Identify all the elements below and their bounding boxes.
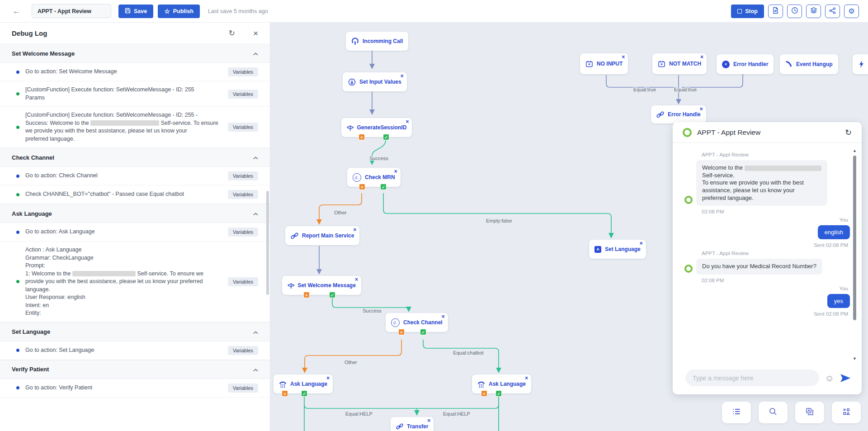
flow-node-event-hangup[interactable]: Event Hangup: [780, 54, 838, 74]
close-icon[interactable]: ×: [355, 276, 358, 283]
debug-scrollbar-thumb[interactable]: [266, 191, 269, 295]
close-icon[interactable]: ×: [253, 28, 258, 38]
flow-node-transfer[interactable]: × Transfer: [391, 417, 434, 431]
search-button[interactable]: [759, 402, 788, 423]
flow-node-set-welcome-message[interactable]: × <|> Set Welcome Message × ✓: [282, 276, 361, 295]
flow-node-set-language[interactable]: × A Set Language: [589, 240, 646, 259]
flow-node-check-mrn[interactable]: × if.. Check MRN × ✓: [347, 168, 401, 187]
close-icon[interactable]: ×: [353, 227, 356, 233]
fail-port-badge[interactable]: ×: [303, 292, 310, 298]
success-port-badge[interactable]: ✓: [383, 134, 389, 140]
debug-section-header[interactable]: Verify Patient: [0, 360, 270, 379]
send-plane-icon[interactable]: [840, 374, 851, 383]
fail-port-badge[interactable]: ×: [481, 390, 487, 397]
layers-icon: [810, 7, 817, 16]
debug-section-header[interactable]: Check Channel: [0, 148, 270, 167]
variables-button[interactable]: Variables: [228, 190, 258, 199]
flow-node-set-input-values[interactable]: × Set Input Values: [343, 72, 407, 91]
chevron-up-icon[interactable]: [253, 209, 258, 218]
flow-node-error-handler[interactable]: × Error Handler: [717, 54, 774, 74]
publish-button[interactable]: ☆ Publish: [158, 5, 200, 18]
close-icon[interactable]: ×: [442, 313, 445, 320]
chat-scrollbar-thumb[interactable]: [853, 156, 856, 320]
flow-node-incoming-call[interactable]: Incomming Call: [346, 32, 408, 51]
list-view-button[interactable]: [722, 402, 751, 423]
close-icon[interactable]: ×: [640, 240, 643, 246]
fail-port-badge[interactable]: ×: [398, 329, 405, 335]
flow-node-ask-language[interactable]: × Ask Language × ✓: [274, 374, 333, 393]
flow-node-report-main-service[interactable]: × Report Main Service: [285, 226, 359, 245]
flow-node-generate-session-id[interactable]: × <|> GenerateSessionID × ✓: [341, 118, 412, 137]
emoji-smile-icon[interactable]: ☺: [825, 374, 834, 383]
share-button[interactable]: [825, 5, 840, 18]
document-icon: [772, 7, 779, 16]
close-icon[interactable]: ×: [700, 106, 703, 112]
chat-title: APPT - Appt Review: [697, 128, 845, 137]
close-icon[interactable]: ×: [622, 54, 625, 60]
flow-node-clipped[interactable]: I: [853, 54, 868, 74]
flow-node-error-handle[interactable]: × Error Handle: [651, 105, 706, 123]
close-icon[interactable]: ×: [525, 375, 528, 381]
star-publish-icon: ☆: [164, 8, 170, 14]
variables-button[interactable]: Variables: [228, 227, 258, 237]
success-port-badge[interactable]: ✓: [380, 184, 387, 190]
chat-message-input[interactable]: [685, 369, 819, 386]
variables-button[interactable]: Variables: [228, 346, 258, 355]
shapes-button[interactable]: [832, 402, 861, 423]
debug-section-title: Check Channel: [12, 154, 253, 161]
variables-button[interactable]: Variables: [228, 123, 258, 132]
success-port-badge[interactable]: ✓: [420, 329, 426, 335]
top-header: ← Save ☆ Publish Last save 5 months ago …: [0, 0, 868, 23]
chevron-up-icon[interactable]: [253, 153, 258, 161]
document-button[interactable]: [768, 5, 783, 18]
close-icon[interactable]: ×: [394, 168, 397, 175]
refresh-icon[interactable]: ↻: [845, 128, 852, 137]
variables-button[interactable]: Variables: [228, 67, 258, 76]
close-icon[interactable]: ×: [406, 118, 409, 125]
debug-log-entry: Check CHANNEL_BOT="chatbot" - Passed cas…: [0, 185, 270, 204]
flow-node-not-match[interactable]: × NOT MATCH: [652, 53, 707, 74]
chevron-up-icon[interactable]: [253, 328, 258, 336]
scroll-down-icon[interactable]: ▼: [853, 356, 857, 361]
close-icon[interactable]: ×: [700, 54, 703, 60]
search-icon: [769, 407, 777, 417]
variables-button[interactable]: Variables: [228, 90, 258, 99]
variables-button[interactable]: Variables: [228, 384, 258, 393]
close-icon[interactable]: ×: [427, 417, 430, 424]
debug-section-header[interactable]: Ask Language: [0, 204, 270, 223]
success-port-badge[interactable]: ✓: [329, 292, 335, 298]
blue-status-dot: [16, 386, 19, 389]
chevron-up-icon[interactable]: [253, 365, 258, 374]
fail-port-badge[interactable]: ×: [359, 134, 365, 140]
variables-button[interactable]: Variables: [228, 277, 258, 286]
message-sender: APPT - Appt Review: [702, 152, 850, 157]
if-condition-icon: if..: [353, 173, 361, 182]
fail-port-badge[interactable]: ×: [359, 184, 365, 190]
translate-button[interactable]: [795, 402, 824, 423]
stop-button[interactable]: Stop: [731, 5, 764, 18]
flow-node-check-channel[interactable]: × if.. Check Channel × ✓: [386, 313, 448, 332]
bot-message-row: Welcome to the Self-service.To ensure we…: [684, 160, 850, 206]
scroll-up-icon[interactable]: ▲: [853, 148, 857, 153]
success-port-badge[interactable]: ✓: [495, 390, 502, 397]
share-icon: [829, 7, 836, 16]
close-icon[interactable]: ×: [326, 375, 330, 381]
variables-button[interactable]: Variables: [228, 171, 258, 180]
layers-button[interactable]: [806, 5, 821, 18]
debug-section-header[interactable]: Set Welcome Message: [0, 44, 270, 63]
flow-node-no-input[interactable]: × NO INPUT: [580, 53, 628, 74]
flow-node-ask-language[interactable]: × Ask Language × ✓: [472, 374, 531, 393]
success-port-badge[interactable]: ✓: [301, 390, 307, 397]
chevron-up-icon[interactable]: [253, 49, 258, 57]
refresh-icon[interactable]: ↻: [229, 28, 235, 38]
last-save-text: Last save 5 months ago: [208, 8, 268, 14]
floppy-save-icon: [125, 8, 131, 15]
fail-port-badge[interactable]: ×: [282, 390, 288, 397]
flow-title-input[interactable]: [32, 4, 111, 18]
settings-button[interactable]: ⚙: [844, 5, 859, 18]
back-arrow-icon[interactable]: ←: [13, 7, 22, 16]
close-icon[interactable]: ×: [401, 73, 404, 79]
save-button[interactable]: Save: [118, 5, 153, 18]
history-button[interactable]: [787, 5, 802, 18]
debug-section-header[interactable]: Set Language: [0, 322, 270, 341]
